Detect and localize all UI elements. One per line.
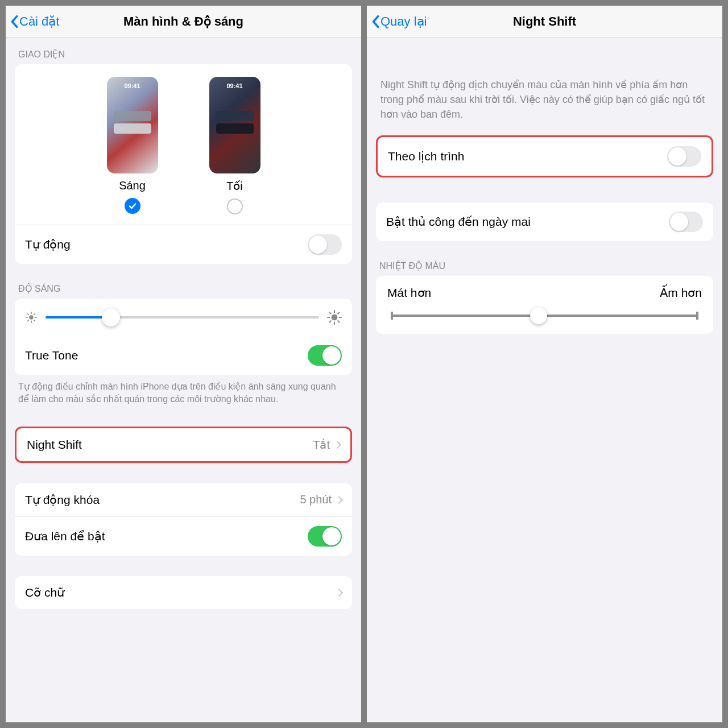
- sun-max-icon: [327, 310, 342, 325]
- auto-lock-row[interactable]: Tự động khóa 5 phút: [15, 483, 352, 516]
- chevron-left-icon: [10, 15, 18, 28]
- appearance-dark-option[interactable]: 09:41 Tối: [209, 77, 260, 214]
- raise-to-wake-label: Đưa lên để bật: [25, 530, 308, 543]
- light-label: Sáng: [119, 179, 146, 192]
- color-temp-slider[interactable]: [392, 315, 697, 317]
- manual-row: Bật thủ công đến ngày mai: [376, 202, 713, 241]
- night-shift-row[interactable]: Night Shift Tắt: [15, 427, 352, 463]
- svg-line-14: [330, 313, 331, 314]
- chevron-right-icon: [335, 496, 343, 504]
- chevron-right-icon: [335, 589, 343, 597]
- appearance-light-option[interactable]: 09:41 Sáng: [107, 77, 158, 214]
- manual-label: Bật thủ công đến ngày mai: [386, 215, 669, 229]
- section-header-appearance: GIAO DIỆN: [6, 38, 361, 64]
- light-radio[interactable]: [125, 198, 140, 214]
- back-label: Quay lại: [380, 14, 427, 29]
- scheduled-switch[interactable]: [667, 146, 701, 167]
- light-preview-thumbnail: 09:41: [107, 77, 158, 173]
- automatic-switch[interactable]: [308, 234, 342, 255]
- color-temp-more-label: Ấm hơn: [660, 286, 702, 300]
- brightness-card: True Tone: [15, 299, 352, 375]
- svg-line-7: [27, 320, 28, 321]
- svg-line-16: [330, 321, 331, 322]
- preview-clock: 09:41: [209, 82, 260, 89]
- svg-line-17: [338, 313, 339, 314]
- auto-lock-value: 5 phút: [300, 493, 332, 506]
- chevron-right-icon: [333, 441, 341, 449]
- night-shift-label: Night Shift: [27, 438, 313, 452]
- back-button[interactable]: Cài đặt: [10, 14, 59, 29]
- back-button[interactable]: Quay lại: [371, 14, 427, 29]
- section-header-color-temp: NHIỆT ĐỘ MÀU: [367, 241, 722, 276]
- checkmark-icon: [128, 201, 137, 210]
- back-label: Cài đặt: [19, 14, 59, 29]
- text-size-card: Cỡ chữ: [15, 576, 352, 609]
- auto-lock-label: Tự động khóa: [25, 493, 300, 507]
- text-size-label: Cỡ chữ: [25, 586, 336, 599]
- true-tone-label: True Tone: [25, 349, 308, 362]
- svg-line-6: [34, 320, 35, 321]
- svg-point-9: [332, 315, 338, 321]
- dark-radio[interactable]: [227, 198, 243, 214]
- display-brightness-screen: Cài đặt Màn hình & Độ sáng GIAO DIỆN 09:…: [6, 6, 361, 722]
- lock-card: Tự động khóa 5 phút Đưa lên để bật: [15, 483, 352, 556]
- scheduled-label: Theo lịch trình: [388, 150, 667, 163]
- night-shift-value: Tắt: [313, 438, 330, 452]
- navbar-right: Quay lại Night Shift: [367, 6, 722, 38]
- svg-line-5: [27, 313, 28, 315]
- appearance-card: 09:41 Sáng 09:41 Tối: [15, 64, 352, 264]
- color-temp-less-label: Mát hơn: [387, 286, 431, 300]
- svg-line-15: [338, 321, 339, 322]
- navbar-left: Cài đặt Màn hình & Độ sáng: [6, 6, 361, 38]
- dark-label: Tối: [226, 179, 243, 193]
- svg-point-0: [29, 315, 33, 319]
- text-size-row[interactable]: Cỡ chữ: [15, 576, 352, 609]
- manual-switch[interactable]: [669, 212, 703, 232]
- true-tone-switch[interactable]: [308, 345, 342, 366]
- night-shift-screen: Quay lại Night Shift Night Shift tự động…: [367, 6, 722, 722]
- automatic-label: Tự động: [25, 238, 308, 251]
- preview-clock: 09:41: [107, 82, 158, 89]
- chevron-left-icon: [371, 15, 379, 28]
- scheduled-row: Theo lịch trình: [376, 135, 713, 177]
- section-header-brightness: ĐỘ SÁNG: [6, 264, 361, 299]
- brightness-slider[interactable]: [46, 316, 319, 318]
- raise-to-wake-switch[interactable]: [308, 526, 342, 547]
- color-temp-card: Mát hơn Ấm hơn: [376, 276, 713, 334]
- night-shift-explain: Night Shift tự động dịch chuyển màu của …: [367, 38, 722, 135]
- true-tone-footer: Tự động điều chỉnh màn hình iPhone dựa t…: [6, 375, 361, 406]
- sun-min-icon: [25, 311, 38, 324]
- svg-line-8: [34, 313, 35, 315]
- dark-preview-thumbnail: 09:41: [209, 77, 260, 173]
